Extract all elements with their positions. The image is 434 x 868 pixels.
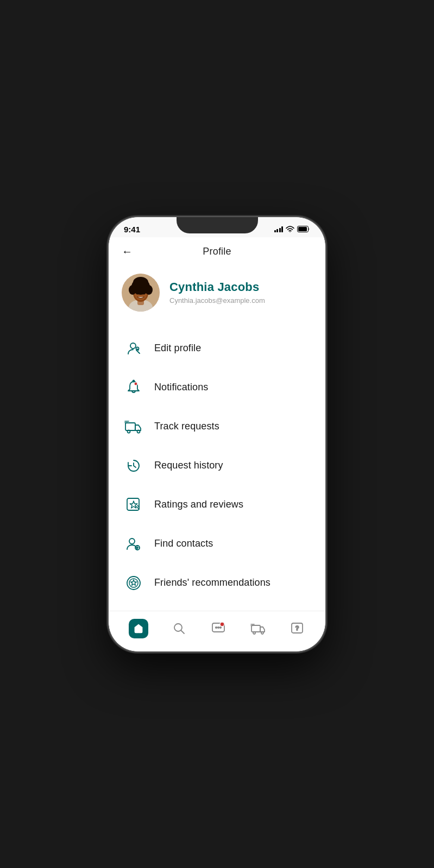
svg-point-12	[136, 292, 139, 294]
svg-point-17	[134, 382, 137, 385]
svg-rect-18	[125, 423, 135, 430]
svg-point-16	[133, 380, 135, 382]
svg-point-20	[137, 430, 140, 433]
history-icon	[124, 456, 143, 476]
svg-point-31	[220, 626, 221, 628]
svg-point-13	[143, 292, 146, 294]
profile-email: Cynthia.jacobs@example.com	[169, 296, 265, 305]
svg-text:?: ?	[295, 625, 299, 631]
nav-item-search[interactable]	[166, 618, 193, 639]
menu-item-request-history[interactable]: Request history	[109, 446, 325, 485]
menu-item-find-contacts[interactable]: Find contacts	[109, 524, 325, 563]
svg-point-9	[129, 285, 136, 295]
star-edit-icon	[124, 495, 143, 515]
menu-label-track-requests: Track requests	[154, 421, 219, 432]
messages-icon	[210, 620, 227, 637]
menu-item-friends-recommendations[interactable]: Friends' recommendations	[109, 563, 325, 603]
bell-icon	[124, 378, 143, 397]
signal-bars-icon	[274, 226, 284, 232]
home-icon	[129, 619, 148, 638]
svg-point-35	[261, 632, 263, 634]
nav-item-help[interactable]: ?	[284, 618, 311, 639]
back-button[interactable]: ←	[119, 243, 135, 260]
svg-point-15	[136, 347, 139, 350]
contacts-icon	[124, 534, 143, 554]
svg-point-29	[216, 626, 217, 628]
status-time: 9:41	[124, 225, 140, 234]
status-icons	[274, 226, 311, 232]
svg-point-34	[253, 632, 255, 634]
svg-rect-2	[298, 227, 307, 231]
svg-point-30	[218, 626, 219, 628]
nav-item-home[interactable]	[123, 617, 154, 641]
svg-point-14	[130, 343, 136, 349]
menu-list: Edit profile Notifications	[109, 325, 325, 611]
phone-frame: 9:41	[109, 217, 325, 651]
menu-label-friends-recommendations: Friends' recommendations	[154, 577, 271, 588]
menu-label-request-history: Request history	[154, 460, 223, 471]
profile-info: Cynthia Jacobs Cynthia.jacobs@example.co…	[169, 280, 265, 305]
menu-item-settings[interactable]: Settings	[109, 603, 325, 611]
edit-profile-icon	[124, 339, 143, 358]
profile-name: Cynthia Jacobs	[169, 280, 265, 294]
menu-item-edit-profile[interactable]: Edit profile	[109, 329, 325, 368]
menu-label-find-contacts: Find contacts	[154, 538, 213, 549]
notch	[177, 217, 258, 233]
menu-item-track-requests[interactable]: Track requests	[109, 407, 325, 446]
menu-label-notifications: Notifications	[154, 382, 208, 393]
bottom-nav: ?	[109, 611, 325, 651]
header: ← Profile	[109, 237, 325, 263]
menu-label-edit-profile: Edit profile	[154, 343, 201, 354]
svg-point-0	[290, 231, 291, 232]
nav-item-messages[interactable]	[205, 618, 232, 639]
menu-label-ratings-reviews: Ratings and reviews	[154, 499, 243, 510]
svg-point-32	[220, 622, 224, 626]
badge-icon	[124, 573, 143, 593]
menu-item-notifications[interactable]: Notifications	[109, 368, 325, 407]
svg-rect-33	[251, 625, 260, 632]
delivery-icon	[250, 620, 266, 637]
svg-point-10	[145, 285, 153, 295]
search-icon	[171, 620, 187, 637]
svg-point-19	[128, 430, 130, 433]
profile-section: Cynthia Jacobs Cynthia.jacobs@example.co…	[109, 263, 325, 325]
svg-point-22	[129, 538, 135, 544]
help-icon: ?	[289, 620, 305, 637]
truck-icon	[124, 417, 143, 436]
svg-point-11	[133, 277, 148, 288]
menu-item-ratings-reviews[interactable]: Ratings and reviews	[109, 485, 325, 524]
avatar	[122, 274, 160, 312]
battery-icon	[297, 226, 310, 232]
phone-screen: 9:41	[109, 217, 325, 651]
wifi-icon	[286, 226, 294, 232]
page-title: Profile	[203, 246, 231, 257]
main-content: ← Profile	[109, 237, 325, 611]
nav-item-delivery[interactable]	[244, 618, 272, 639]
